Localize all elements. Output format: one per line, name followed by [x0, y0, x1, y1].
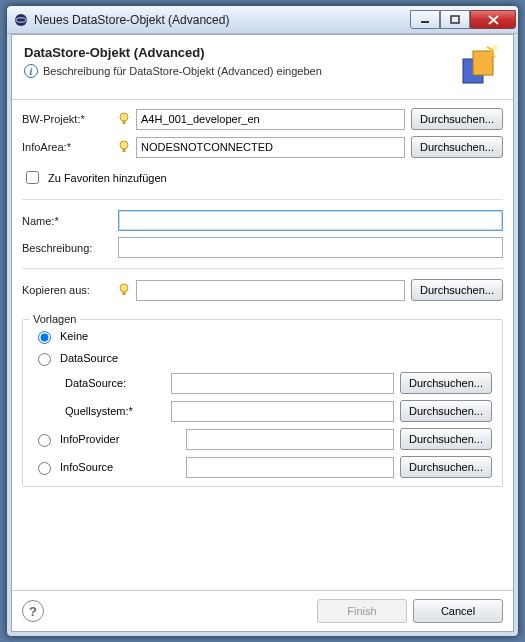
- browse-infoprovider-button[interactable]: Durchsuchen...: [400, 428, 492, 450]
- description-input[interactable]: [118, 237, 503, 258]
- datastore-icon: [457, 45, 501, 89]
- source-system-input[interactable]: [171, 401, 394, 422]
- form-area: BW-Projekt:* Durchsuchen... InfoArea:* D…: [12, 100, 513, 590]
- name-label: Name:*: [22, 215, 112, 227]
- close-button[interactable]: [470, 10, 516, 29]
- svg-point-11: [120, 284, 128, 292]
- browse-datasource-button[interactable]: Durchsuchen...: [400, 372, 492, 394]
- radio-datasource[interactable]: [38, 353, 51, 366]
- copy-from-label: Kopieren aus:: [22, 284, 112, 296]
- svg-point-9: [120, 141, 128, 149]
- template-none-radio[interactable]: Keine: [33, 328, 492, 344]
- infosource-input[interactable]: [186, 457, 394, 478]
- svg-rect-3: [451, 16, 459, 23]
- eclipse-icon: [13, 12, 29, 28]
- bw-project-input[interactable]: [136, 109, 405, 130]
- lightbulb-icon: [118, 139, 130, 155]
- svg-rect-8: [123, 121, 126, 124]
- lightbulb-icon: [118, 282, 130, 298]
- template-infoprovider-radio[interactable]: InfoProvider Durchsuchen...: [33, 428, 492, 450]
- datasource-input[interactable]: [171, 373, 394, 394]
- wizard-header: DataStore-Objekt (Advanced) i Beschreibu…: [12, 35, 513, 100]
- browse-copy-from-button[interactable]: Durchsuchen...: [411, 279, 503, 301]
- source-system-sublabel: Quellsystem:*: [65, 405, 165, 417]
- finish-button[interactable]: Finish: [317, 599, 407, 623]
- radio-infosource-label: InfoSource: [60, 461, 113, 473]
- description-label: Beschreibung:: [22, 242, 112, 254]
- radio-infosource[interactable]: [38, 462, 51, 475]
- client-area: DataStore-Objekt (Advanced) i Beschreibu…: [11, 34, 514, 632]
- svg-rect-2: [421, 21, 429, 23]
- browse-source-system-button[interactable]: Durchsuchen...: [400, 400, 492, 422]
- radio-none-label: Keine: [60, 330, 88, 342]
- favorites-label: Zu Favoriten hinzufügen: [48, 172, 167, 184]
- window-title: Neues DataStore-Objekt (Advanced): [34, 13, 410, 27]
- browse-bw-project-button[interactable]: Durchsuchen...: [411, 108, 503, 130]
- infoprovider-input[interactable]: [186, 429, 394, 450]
- templates-group: Vorlagen Keine DataSource DataSource: Du…: [22, 319, 503, 487]
- radio-infoprovider-label: InfoProvider: [60, 433, 119, 445]
- footer: ? Finish Cancel: [12, 590, 513, 631]
- page-subtitle: Beschreibung für DataStore-Objekt (Advan…: [43, 65, 322, 77]
- minimize-button[interactable]: [410, 10, 440, 29]
- browse-infoarea-button[interactable]: Durchsuchen...: [411, 136, 503, 158]
- separator: [22, 199, 503, 200]
- dialog-window: Neues DataStore-Objekt (Advanced) DataSt…: [6, 5, 519, 637]
- template-datasource-radio[interactable]: DataSource: [33, 350, 492, 366]
- help-button[interactable]: ?: [22, 600, 44, 622]
- window-controls: [410, 10, 516, 29]
- template-infosource-radio[interactable]: InfoSource Durchsuchen...: [33, 456, 492, 478]
- copy-from-input[interactable]: [136, 280, 405, 301]
- page-title: DataStore-Objekt (Advanced): [24, 45, 445, 60]
- bw-project-label: BW-Projekt:*: [22, 113, 112, 125]
- titlebar[interactable]: Neues DataStore-Objekt (Advanced): [7, 6, 518, 34]
- svg-point-7: [120, 113, 128, 121]
- svg-rect-12: [123, 292, 126, 295]
- cancel-button[interactable]: Cancel: [413, 599, 503, 623]
- add-to-favorites-checkbox[interactable]: Zu Favoriten hinzufügen: [22, 164, 503, 189]
- svg-rect-5: [473, 51, 493, 75]
- radio-infoprovider[interactable]: [38, 434, 51, 447]
- browse-infosource-button[interactable]: Durchsuchen...: [400, 456, 492, 478]
- maximize-button[interactable]: [440, 10, 470, 29]
- svg-point-0: [15, 14, 27, 26]
- info-icon: i: [24, 64, 38, 78]
- infoarea-input[interactable]: [136, 137, 405, 158]
- radio-datasource-label: DataSource: [60, 352, 118, 364]
- lightbulb-icon: [118, 111, 130, 127]
- infoarea-label: InfoArea:*: [22, 141, 112, 153]
- svg-rect-10: [123, 149, 126, 152]
- templates-group-title: Vorlagen: [29, 313, 80, 325]
- radio-none[interactable]: [38, 331, 51, 344]
- name-input[interactable]: [118, 210, 503, 231]
- separator: [22, 268, 503, 269]
- svg-point-6: [493, 46, 498, 51]
- favorites-checkbox-input[interactable]: [26, 171, 39, 184]
- datasource-sublabel: DataSource:: [65, 377, 165, 389]
